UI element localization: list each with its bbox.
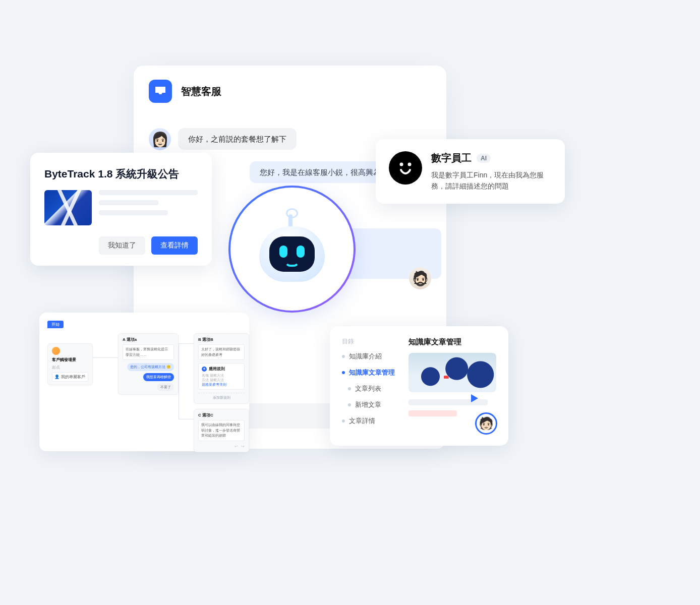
rule-title: 應用規則 <box>209 366 225 372</box>
undo-icon[interactable]: ↩ <box>235 444 238 449</box>
knowledge-base-card: 目錄 知識庫介紹知識庫文章管理文章列表新增文章文章詳情 知識庫文章管理 🧑🏻 <box>330 326 508 446</box>
kb-toc-item[interactable]: 文章詳情 <box>342 416 397 426</box>
user-icon: 👤 <box>54 375 60 379</box>
chat-header: 智慧客服 <box>149 80 431 103</box>
flow-edge <box>179 419 194 419</box>
digital-employee-desc: 我是數字員工Finn，現在由我為您服務，請詳細描述您的問題 <box>431 170 552 192</box>
flow-node-b[interactable]: B 選項B 太好了，規範和經驗是很好的基礎參考 +應用規則 名稱 規範方法 方法… <box>194 333 249 404</box>
avatar: 👩🏻 <box>149 128 171 150</box>
digital-employee-avatar-icon <box>389 151 422 185</box>
node-title: C 選項C <box>198 412 245 418</box>
announcement-thumbnail <box>44 190 92 225</box>
announcement-title: ByteTrack 1.8 系統升級公告 <box>44 167 198 181</box>
flow-node-c[interactable]: C 選項C 我可以由線我的同事與您研討會，進一步發送商營業和組裝的細節 ↩ ↪ <box>194 409 249 452</box>
digital-employee-title: 數字員工 <box>431 151 472 165</box>
ai-badge: AI <box>477 154 491 163</box>
node-body: 在線客服，業務規範化提示學習方能…… <box>123 344 174 360</box>
node-title: 客戶觸發場景 <box>52 357 88 362</box>
details-button[interactable]: 查看詳情 <box>151 236 198 255</box>
svg-point-1 <box>408 163 412 166</box>
flow-edge <box>179 343 179 419</box>
add-rule-link[interactable]: 添加新規則 <box>198 393 245 400</box>
node-title: B 選項B <box>198 337 245 342</box>
flow-canvas[interactable]: 客戶觸發場景 起点 👤 我的專屬客戶 A 選項a 在線客服，業務規範化提示學習方… <box>47 333 241 444</box>
option-chip[interactable]: 是的，公司有規範方法 🙂 <box>127 363 174 371</box>
kb-toc-title: 目錄 <box>342 337 397 346</box>
kb-toc-item[interactable]: 新增文章 <box>348 400 397 409</box>
node-title: A 選項a <box>123 337 174 342</box>
option-chip[interactable]: 不要了 <box>157 383 174 391</box>
flow-edge <box>179 343 194 344</box>
kb-toc-item[interactable]: 知識庫介紹 <box>342 352 397 361</box>
robot-icon <box>254 211 330 287</box>
flow-start-tag: 开始 <box>47 321 64 328</box>
option-chip[interactable]: 我想要再瞭解些 <box>143 373 174 381</box>
kb-content-title: 知識庫文章管理 <box>409 337 496 347</box>
avatar: 🧔🏻 <box>409 267 431 289</box>
guide-avatar[interactable]: 🧑🏻 <box>475 412 497 435</box>
flow-node-start[interactable]: 客戶觸發場景 起点 👤 我的專屬客戶 <box>47 343 93 385</box>
skeleton-line <box>409 410 457 416</box>
redo-icon[interactable]: ↪ <box>241 444 245 449</box>
node-body: 太好了，規範和經驗是很好的基礎參考 <box>198 344 245 360</box>
announcement-card: ByteTrack 1.8 系統升級公告 我知道了 查看詳情 <box>30 153 212 266</box>
ack-button[interactable]: 我知道了 <box>99 236 145 255</box>
message-row-user-2: 🧔🏻 <box>409 267 431 289</box>
chat-title: 智慧客服 <box>181 85 221 98</box>
play-icon[interactable] <box>471 394 478 402</box>
kb-toc: 目錄 知識庫介紹知識庫文章管理文章列表新增文章文章詳情 <box>342 337 397 433</box>
plus-icon: + <box>202 367 207 372</box>
robot-avatar-circle <box>228 186 356 313</box>
flow-builder-card: 开始 客戶觸發場景 起点 👤 我的專屬客戶 A 選項a 在線客服，業務規範化提示… <box>39 313 249 451</box>
digital-employee-card: 數字員工 AI 我是數字員工Finn，現在由我為您服務，請詳細描述您的問題 <box>376 139 565 204</box>
node-body: 我可以由線我的同事與您研討會，進一步發送商營業和組裝的細節 <box>198 420 245 441</box>
kb-illustration <box>409 353 496 392</box>
kb-toc-item[interactable]: 知識庫文章管理 <box>342 368 397 377</box>
inbox-icon <box>149 80 172 103</box>
svg-point-0 <box>400 163 403 166</box>
message-bubble: 你好，之前説的套餐想了解下 <box>178 128 297 150</box>
spark-icon <box>52 347 60 355</box>
flow-edge <box>93 357 118 358</box>
kb-toc-item[interactable]: 文章列表 <box>348 384 397 393</box>
flow-node-a[interactable]: A 選項a 在線客服，業務規範化提示學習方能…… 是的，公司有規範方法 🙂 我想… <box>118 333 179 395</box>
node-field: 我的專屬客戶 <box>61 374 85 380</box>
announcement-skeleton <box>99 190 198 225</box>
